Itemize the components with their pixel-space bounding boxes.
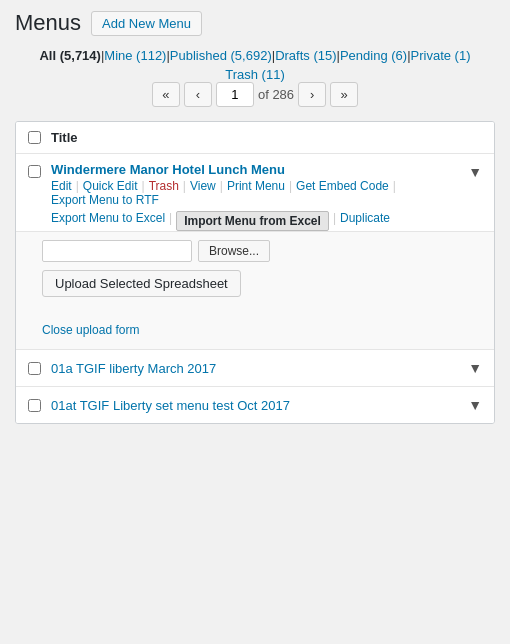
table-row: 01a TGIF liberty March 2017 ▼ — [16, 350, 494, 387]
row2-title[interactable]: 01a TGIF liberty March 2017 — [51, 361, 468, 376]
row1-expand-arrow[interactable]: ▼ — [460, 162, 482, 180]
row1-quick-edit-link[interactable]: Quick Edit — [83, 179, 138, 193]
pagination-next[interactable]: › — [298, 82, 326, 107]
row3-expand-arrow[interactable]: ▼ — [468, 397, 482, 413]
filter-published[interactable]: Published (5,692) — [170, 48, 272, 63]
table-header: Title — [16, 122, 494, 154]
row1-title[interactable]: Windermere Manor Hotel Lunch Menu — [51, 162, 285, 177]
row2-checkbox[interactable] — [28, 362, 41, 375]
add-new-menu-button[interactable]: Add New Menu — [91, 11, 202, 36]
pagination: « ‹ of 286 › » — [15, 82, 495, 107]
page-title: Menus — [15, 10, 81, 36]
pagination-prev[interactable]: ‹ — [184, 82, 212, 107]
pagination-page-input[interactable] — [216, 82, 254, 107]
row1-embed-link[interactable]: Get Embed Code — [296, 179, 389, 193]
menu-table: Title Windermere Manor Hotel Lunch Menu … — [15, 121, 495, 424]
pagination-first[interactable]: « — [152, 82, 180, 107]
filter-pending[interactable]: Pending (6) — [340, 48, 407, 63]
filter-links-line1: All (5,714) | Mine (112) | Published (5,… — [15, 48, 495, 63]
row1-view-link[interactable]: View — [190, 179, 216, 193]
row1-duplicate-link[interactable]: Duplicate — [340, 211, 390, 231]
filter-trash[interactable]: Trash (11) — [225, 67, 284, 82]
filter-mine[interactable]: Mine (112) — [104, 48, 166, 63]
row1-import-excel-button[interactable]: Import Menu from Excel — [176, 211, 329, 231]
row3-checkbox[interactable] — [28, 399, 41, 412]
row1-print-link[interactable]: Print Menu — [227, 179, 285, 193]
browse-button[interactable]: Browse... — [198, 240, 270, 262]
pagination-of-text: of 286 — [258, 87, 294, 102]
filter-private[interactable]: Private (1) — [411, 48, 471, 63]
import-form: Browse... Upload Selected Spreadsheet Cl… — [16, 231, 494, 349]
table-row: Windermere Manor Hotel Lunch Menu Edit |… — [16, 154, 494, 350]
file-path-input[interactable] — [42, 240, 192, 262]
table-row: 01at TGIF Liberty set menu test Oct 2017… — [16, 387, 494, 423]
filter-all[interactable]: All (5,714) — [39, 48, 100, 63]
pagination-last[interactable]: » — [330, 82, 358, 107]
row1-export-rtf-link[interactable]: Export Menu to RTF — [51, 193, 159, 207]
row1-trash-link[interactable]: Trash — [149, 179, 179, 193]
row3-title[interactable]: 01at TGIF Liberty set menu test Oct 2017 — [51, 398, 468, 413]
row2-expand-arrow[interactable]: ▼ — [468, 360, 482, 376]
filter-links-line2: Trash (11) — [15, 67, 495, 82]
row1-export-excel-link[interactable]: Export Menu to Excel — [51, 211, 165, 231]
title-column-header: Title — [51, 130, 78, 145]
close-upload-form-link[interactable]: Close upload form — [42, 323, 139, 337]
upload-spreadsheet-button[interactable]: Upload Selected Spreadsheet — [42, 270, 241, 297]
filter-drafts[interactable]: Drafts (15) — [275, 48, 336, 63]
select-all-checkbox[interactable] — [28, 131, 41, 144]
row1-edit-link[interactable]: Edit — [51, 179, 72, 193]
row1-checkbox[interactable] — [28, 165, 41, 178]
